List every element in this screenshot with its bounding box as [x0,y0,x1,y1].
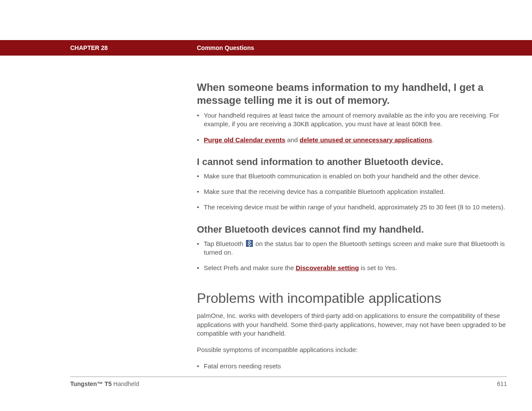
product-name-bold: Tungsten™ T5 [70,380,112,387]
text: Tap Bluetooth [204,240,245,247]
incompatible-bullets: Fatal errors needing resets [197,362,507,371]
chapter-header-bar: CHAPTER 28 Common Questions [0,40,532,56]
page-number: 611 [497,380,507,387]
product-name: Tungsten™ T5 Handheld [70,380,139,387]
list-item: Make sure that Bluetooth communication i… [197,172,507,181]
text: . [432,136,434,143]
text: is set to Yes. [359,264,397,271]
text: and [285,136,299,143]
list-item: The receiving device must be within rang… [197,203,507,212]
question-heading-send-bluetooth: I cannot send information to another Blu… [197,156,507,168]
list-item: Your handheld requires at least twice th… [197,111,507,129]
find-handheld-bullets: Tap Bluetooth on the status bar to open … [197,240,507,273]
body-paragraph: Possible symptoms of incompatible applic… [197,346,507,354]
question-heading-find-handheld: Other Bluetooth devices cannot find my h… [197,224,507,235]
list-item: Tap Bluetooth on the status bar to open … [197,240,507,257]
question-heading-memory: When someone beams information to my han… [197,81,507,107]
product-name-tail: Handheld [112,380,139,387]
body-paragraph: palmOne, Inc. works with developers of t… [197,311,507,338]
send-bluetooth-bullets: Make sure that Bluetooth communication i… [197,172,507,212]
list-item: Purge old Calendar events and delete unu… [197,136,507,144]
section-label: Common Questions [197,44,254,51]
page-content: When someone beams information to my han… [197,81,507,378]
section-heading-incompatible-apps: Problems with incompatible applications [197,290,507,306]
text: Select Prefs and make sure the [204,264,296,271]
list-item: Select Prefs and make sure the Discovera… [197,264,507,272]
bluetooth-icon [246,240,253,247]
chapter-label: CHAPTER 28 [70,44,108,51]
list-item: Fatal errors needing resets [197,362,507,371]
memory-bullets: Your handheld requires at least twice th… [197,111,507,144]
list-item: Make sure that the receiving device has … [197,187,507,196]
link-discoverable-setting[interactable]: Discoverable setting [296,264,359,271]
link-delete-applications[interactable]: delete unused or unnecessary application… [300,136,432,143]
page-footer: Tungsten™ T5 Handheld 611 [70,377,507,387]
chapter-header-inner: CHAPTER 28 Common Questions [0,40,507,56]
link-purge-calendar[interactable]: Purge old Calendar events [204,136,285,143]
